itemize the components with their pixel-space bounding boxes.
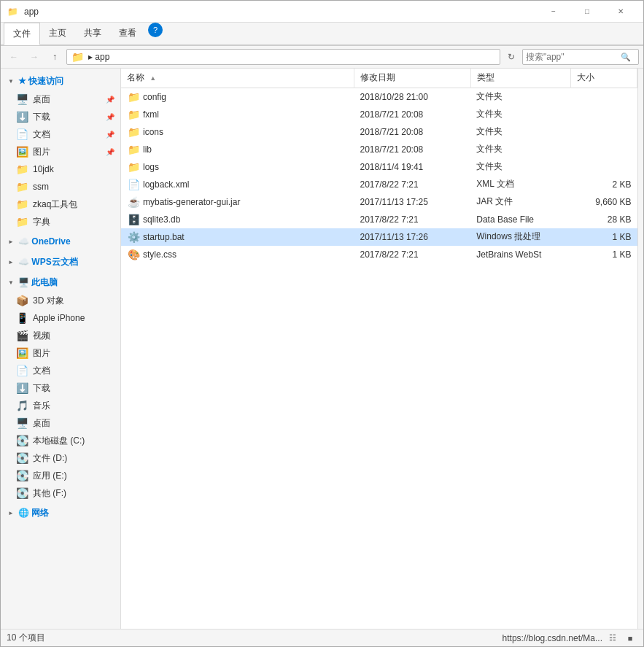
sidebar-item-desktop-pc[interactable]: 🖥️ 桌面 — [1, 414, 120, 432]
sidebar-item-drive-e[interactable]: 💽 应用 (E:) — [1, 467, 120, 484]
table-row[interactable]: 📁 config 2018/10/28 21:00 文件夹 — [121, 88, 637, 106]
zkaq-icon: 📁 — [15, 198, 28, 211]
sidebar-header-network[interactable]: ► 🌐 网络 — [1, 503, 120, 522]
search-input[interactable] — [526, 52, 621, 62]
pin-icon-download: 📌 — [106, 113, 115, 121]
sidebar-item-apple-iphone[interactable]: 📱 Apple iPhone — [1, 309, 120, 327]
sidebar-item-downloads-pc[interactable]: ⬇️ 下载 — [1, 379, 120, 397]
onedrive-arrow: ► — [7, 237, 15, 246]
file-type: 文件夹 — [470, 141, 570, 158]
status-url: https://blog.csdn.net/Ma... — [503, 633, 602, 643]
sidebar-item-docs-quick[interactable]: 📄 文档 📌 — [1, 125, 120, 143]
sidebar-item-pictures-quick[interactable]: 🖼️ 图片 📌 — [1, 143, 120, 160]
wps-icon: ☁️ — [18, 257, 29, 267]
column-header-type[interactable]: 类型 — [470, 69, 570, 88]
column-header-date[interactable]: 修改日期 — [354, 69, 471, 88]
column-header-size[interactable]: 大小 — [570, 69, 637, 88]
sidebar-item-drive-c-label: 本地磁盘 (C:) — [33, 435, 85, 447]
column-header-name[interactable]: 名称 ▲ — [121, 69, 354, 88]
onedrive-label: OneDrive — [31, 236, 70, 247]
status-bar: 10 个项目 https://blog.csdn.net/Ma... ☷ ■ — [1, 629, 643, 646]
desktop-pc-icon: 🖥️ — [15, 417, 28, 430]
file-icon: 📁 — [127, 108, 140, 121]
file-type: 文件夹 — [470, 88, 570, 106]
main-area: ▼ ★ 快速访问 🖥️ 桌面 📌 ⬇️ 下载 📌 📄 文档 � — [1, 69, 643, 629]
right-strip — [637, 69, 643, 629]
table-row[interactable]: 📁 lib 2018/7/21 20:08 文件夹 — [121, 141, 637, 158]
sidebar-item-drive-c[interactable]: 💽 本地磁盘 (C:) — [1, 432, 120, 449]
file-size — [570, 88, 637, 106]
sidebar-header-this-pc[interactable]: ▼ 🖥️ 此电脑 — [1, 273, 120, 292]
file-size — [570, 123, 637, 141]
item-count: 10 个项目 — [7, 632, 45, 644]
table-row[interactable]: 📁 icons 2018/7/21 20:08 文件夹 — [121, 123, 637, 141]
sidebar-item-zkaq[interactable]: 📁 zkaq工具包 — [1, 195, 120, 213]
file-name-cell: ☕ mybatis-generator-gui.jar — [121, 193, 354, 211]
search-box[interactable]: 🔍 — [522, 49, 639, 65]
sidebar-item-desktop-pc-label: 桌面 — [33, 417, 50, 430]
minimize-button[interactable]: − — [537, 1, 570, 23]
sidebar-item-pictures-pc[interactable]: 🖼️ 图片 — [1, 344, 120, 362]
sidebar-item-drive-d[interactable]: 💽 文件 (D:) — [1, 449, 120, 467]
address-bar: ← → ↑ 📁 ▸ app ↻ 🔍 — [1, 46, 643, 69]
view-details-button[interactable]: ☷ — [605, 631, 620, 646]
sidebar-item-3d-objects-label: 3D 对象 — [33, 295, 64, 307]
sidebar-network: ► 🌐 网络 — [1, 503, 120, 522]
file-name-cell: 📁 fxml — [121, 106, 354, 123]
table-row[interactable]: 🎨 style.css 2017/8/22 7:21 JetBrains Web… — [121, 246, 637, 263]
table-row[interactable]: 📁 logs 2018/11/4 19:41 文件夹 — [121, 158, 637, 176]
ribbon-tabs: 文件 主页 共享 查看 ? — [1, 23, 643, 45]
help-button[interactable]: ? — [148, 23, 163, 37]
tab-home[interactable]: 主页 — [40, 23, 75, 44]
forward-button[interactable]: → — [26, 49, 43, 65]
tab-view[interactable]: 查看 — [110, 23, 145, 44]
sidebar-item-download-quick[interactable]: ⬇️ 下载 📌 — [1, 108, 120, 125]
music-icon: 🎵 — [15, 399, 28, 412]
refresh-button[interactable]: ↻ — [503, 49, 519, 65]
file-name-cell: 📁 config — [121, 88, 354, 106]
table-row[interactable]: ☕ mybatis-generator-gui.jar 2017/11/13 1… — [121, 193, 637, 211]
view-tiles-button[interactable]: ■ — [623, 631, 637, 646]
sidebar-item-documents-pc[interactable]: 📄 文档 — [1, 362, 120, 379]
file-name: lib — [143, 144, 152, 155]
file-type: XML 文档 — [470, 176, 570, 193]
table-row[interactable]: ⚙️ startup.bat 2017/11/13 17:26 Windows … — [121, 228, 637, 246]
network-arrow: ► — [7, 508, 15, 517]
file-name-cell: 📁 icons — [121, 123, 354, 141]
maximize-button[interactable]: □ — [570, 1, 604, 23]
file-icon: ⚙️ — [127, 230, 140, 244]
file-name: logs — [143, 162, 159, 172]
file-name: config — [143, 92, 166, 102]
table-row[interactable]: 📁 fxml 2018/7/21 20:08 文件夹 — [121, 106, 637, 123]
table-row[interactable]: 🗄️ sqlite3.db 2017/8/22 7:21 Data Base F… — [121, 211, 637, 228]
file-name-cell: 🎨 style.css — [121, 246, 354, 263]
file-size: 28 KB — [570, 211, 637, 228]
tab-file[interactable]: 文件 — [4, 23, 40, 45]
file-date: 2017/11/13 17:26 — [354, 228, 471, 246]
ribbon: 文件 主页 共享 查看 ? — [1, 23, 643, 46]
sidebar-header-quick-access[interactable]: ▼ ★ 快速访问 — [1, 71, 120, 90]
download-quick-icon: ⬇️ — [15, 110, 28, 123]
table-row[interactable]: 📄 logback.xml 2017/8/22 7:21 XML 文档 2 KB — [121, 176, 637, 193]
back-button[interactable]: ← — [5, 49, 23, 65]
sidebar-item-drive-e-label: 应用 (E:) — [33, 470, 67, 482]
sidebar-item-drive-f[interactable]: 💽 其他 (F:) — [1, 484, 120, 502]
sidebar-header-wps[interactable]: ► ☁️ WPS云文档 — [1, 252, 120, 271]
file-type: 文件夹 — [470, 158, 570, 176]
file-icon: 📁 — [127, 90, 140, 104]
close-button[interactable]: ✕ — [604, 1, 637, 23]
sidebar-item-desktop-quick[interactable]: 🖥️ 桌面 📌 — [1, 90, 120, 108]
address-path[interactable]: 📁 ▸ app — [66, 49, 500, 65]
sidebar-item-videos[interactable]: 🎬 视频 — [1, 327, 120, 344]
this-pc-label: 此电脑 — [31, 276, 58, 289]
sidebar-header-onedrive[interactable]: ► ☁️ OneDrive — [1, 232, 120, 251]
sidebar-item-3d-objects[interactable]: 📦 3D 对象 — [1, 292, 120, 309]
sidebar-item-ssm[interactable]: 📁 ssm — [1, 178, 120, 195]
sidebar-item-10jdk[interactable]: 📁 10jdk — [1, 160, 120, 178]
this-pc-icon: 🖥️ — [18, 277, 29, 287]
tab-share[interactable]: 共享 — [75, 23, 110, 44]
file-size — [570, 141, 637, 158]
sidebar-item-dict[interactable]: 📁 字典 — [1, 213, 120, 230]
up-button[interactable]: ↑ — [46, 49, 63, 65]
sidebar-item-music[interactable]: 🎵 音乐 — [1, 397, 120, 414]
